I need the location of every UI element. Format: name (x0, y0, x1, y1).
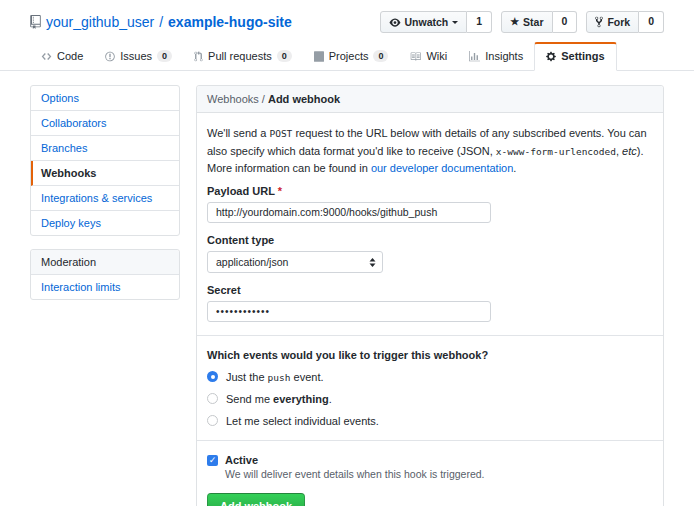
radio-send-everything-label: Send me everything. (226, 393, 332, 405)
fork-button[interactable]: Fork (586, 11, 639, 33)
repo-owner-link[interactable]: your_github_user (46, 14, 154, 30)
repo-title: your_github_user / example-hugo-site (30, 14, 292, 30)
content-type-select-wrap: application/json (207, 251, 383, 273)
radio2-post: . (329, 393, 332, 405)
content: Options Collaborators Branches Webhooks … (0, 71, 694, 506)
tab-code[interactable]: Code (30, 43, 94, 70)
active-label: Active (225, 454, 258, 466)
gear-icon (546, 51, 556, 62)
tab-issues-label: Issues (120, 50, 152, 62)
sidebar-item-interaction-limits[interactable]: Interaction limits (31, 275, 179, 299)
intro-t1: We'll send a (207, 127, 269, 139)
tab-pull-requests[interactable]: Pull requests 0 (183, 43, 303, 70)
eye-icon (389, 17, 401, 28)
moderation-heading: Moderation (31, 250, 179, 275)
repo-actions: Unwatch 1 ★ Star 0 Fork 0 (380, 11, 664, 33)
tab-settings[interactable]: Settings (534, 42, 616, 71)
developer-docs-link[interactable]: our developer documentation (371, 162, 513, 174)
watch-count[interactable]: 1 (467, 11, 492, 33)
add-webhook-panel: Webhooks / Add webhook We'll send a POST… (196, 85, 664, 506)
tab-insights[interactable]: Insights (458, 43, 534, 70)
star-button-group: ★ Star 0 (501, 11, 577, 33)
sidebar-item-branches[interactable]: Branches (31, 136, 179, 161)
fork-label: Fork (607, 17, 630, 28)
payload-url-label-text: Payload URL (207, 185, 275, 197)
tab-wiki-label: Wiki (426, 50, 447, 62)
projects-counter: 0 (373, 50, 388, 62)
divider (197, 440, 663, 441)
intro-code-urlencoded: x-www-form-urlencoded (496, 146, 616, 157)
unwatch-label: Unwatch (405, 17, 449, 28)
sidebar-item-options[interactable]: Options (31, 86, 179, 111)
issues-counter: 0 (157, 50, 172, 62)
sidebar-item-collaborators[interactable]: Collaborators (31, 111, 179, 136)
checkbox-checked-icon[interactable]: ✓ (207, 455, 218, 466)
fork-count[interactable]: 0 (639, 11, 664, 33)
unwatch-button[interactable]: Unwatch (380, 11, 468, 33)
star-icon: ★ (510, 17, 519, 27)
tab-issues[interactable]: Issues 0 (94, 43, 183, 70)
settings-menu: Options Collaborators Branches Webhooks … (30, 85, 180, 236)
fork-button-group: Fork 0 (586, 11, 664, 33)
intro-code-post: POST (269, 128, 292, 139)
page-header: your_github_user / example-hugo-site Unw… (0, 0, 694, 39)
repo-name-link[interactable]: example-hugo-site (168, 14, 292, 30)
tab-pull-requests-label: Pull requests (208, 50, 272, 62)
add-webhook-button[interactable]: Add webhook (207, 493, 305, 506)
events-question: Which events would you like to trigger t… (207, 349, 653, 361)
breadcrumb-webhooks-link[interactable]: Webhooks (207, 93, 259, 105)
radio-individual-events[interactable]: Let me select individual events. (207, 415, 653, 427)
intro-t5: . (513, 162, 516, 174)
radio1-pre: Just the (226, 371, 268, 383)
divider (197, 335, 663, 336)
sidebar-item-webhooks[interactable]: Webhooks (31, 161, 179, 186)
tab-code-label: Code (57, 50, 83, 62)
active-description: We will deliver event details when this … (225, 468, 653, 480)
moderation-menu: Moderation Interaction limits (30, 249, 180, 300)
book-icon (410, 51, 421, 62)
tab-wiki[interactable]: Wiki (399, 43, 458, 70)
active-checkbox-row[interactable]: ✓ Active (207, 454, 653, 466)
radio-just-push[interactable]: Just the push event. (207, 371, 653, 383)
breadcrumb: Webhooks / Add webhook (197, 86, 663, 113)
tab-projects[interactable]: Projects 0 (303, 43, 400, 70)
intro-etc: etc (622, 145, 637, 157)
tab-projects-label: Projects (329, 50, 369, 62)
add-webhook-form: We'll send a POST request to the URL bel… (197, 113, 663, 506)
pull-requests-counter: 0 (277, 50, 292, 62)
radio-unselected-icon[interactable] (207, 415, 218, 426)
radio-unselected-icon[interactable] (207, 393, 218, 404)
radio2-pre: Send me (226, 393, 273, 405)
content-type-label: Content type (207, 234, 653, 246)
repo-separator: / (159, 14, 163, 30)
sidebar-item-deploy-keys[interactable]: Deploy keys (31, 211, 179, 235)
repo-icon (30, 15, 41, 29)
radio2-bold: everything (273, 393, 329, 405)
radio1-post: event. (290, 371, 323, 383)
payload-url-input[interactable] (207, 202, 491, 223)
star-label: Star (523, 17, 543, 28)
issue-icon (105, 51, 115, 62)
settings-sidebar: Options Collaborators Branches Webhooks … (30, 85, 180, 300)
radio-just-push-label: Just the push event. (226, 371, 324, 383)
pull-request-icon (194, 51, 203, 62)
repo-nav: Code Issues 0 Pull requests 0 Projects 0… (0, 42, 694, 71)
secret-input[interactable] (207, 301, 491, 322)
fork-icon (595, 16, 603, 28)
content-type-select[interactable]: application/json (207, 251, 383, 273)
tab-insights-label: Insights (485, 50, 523, 62)
project-icon (314, 51, 324, 62)
tab-settings-label: Settings (561, 50, 604, 62)
sidebar-item-integrations[interactable]: Integrations & services (31, 186, 179, 211)
radio-send-everything[interactable]: Send me everything. (207, 393, 653, 405)
radio-individual-events-label: Let me select individual events. (226, 415, 379, 427)
intro-text: We'll send a POST request to the URL bel… (207, 125, 653, 178)
radio-selected-icon[interactable] (207, 371, 218, 382)
payload-url-label: Payload URL * (207, 185, 653, 197)
star-count[interactable]: 0 (553, 11, 578, 33)
watch-button-group: Unwatch 1 (380, 11, 493, 33)
secret-label: Secret (207, 284, 653, 296)
graph-icon (469, 51, 480, 62)
required-asterisk: * (278, 185, 282, 197)
star-button[interactable]: ★ Star (501, 11, 552, 33)
